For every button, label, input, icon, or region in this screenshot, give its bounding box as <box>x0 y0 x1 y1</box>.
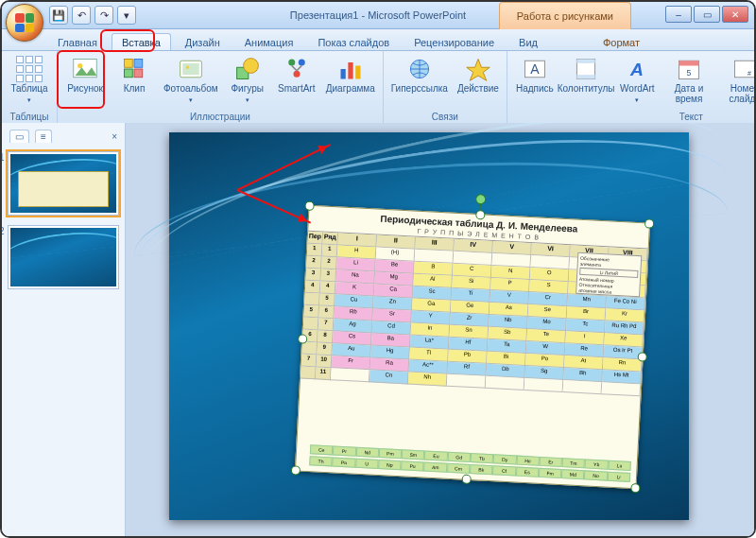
window-controls: – ▭ ✕ <box>665 6 748 23</box>
context-tab-header: Работа с рисунками <box>499 2 631 29</box>
smartart-label: SmartArt <box>278 83 315 94</box>
save-icon: 💾 <box>52 9 65 22</box>
chart-label: Диаграмма <box>326 83 375 94</box>
group-links: Гиперссылка Действие Связи <box>384 51 507 123</box>
save-button[interactable]: 💾 <box>49 6 68 25</box>
photoalbum-button[interactable]: Фотоальбом▾ <box>160 53 222 108</box>
svg-text:#: # <box>747 70 751 77</box>
headerfooter-label: Колонтитулы <box>558 83 615 94</box>
smartart-icon <box>284 56 310 82</box>
group-tables-label: Таблицы <box>6 112 53 123</box>
slides-panel: ▭ ≡ × 1 2 <box>2 123 126 536</box>
close-button[interactable]: ✕ <box>722 6 748 23</box>
panel-tab-slides[interactable]: ▭ <box>9 130 29 143</box>
resize-handle[interactable] <box>461 475 472 485</box>
thumbnails-list[interactable]: 1 2 <box>2 146 125 536</box>
shapes-icon <box>234 56 261 82</box>
tab-slideshow[interactable]: Показ слайдов <box>307 33 400 50</box>
clip-icon <box>121 56 147 82</box>
textbox-label: Надпись <box>516 83 554 94</box>
slidenum-button[interactable]: # Номер слайда <box>717 53 756 107</box>
svg-point-8 <box>186 66 190 70</box>
picture-button[interactable]: Рисунок <box>61 53 109 96</box>
svg-rect-14 <box>340 69 345 79</box>
tab-format[interactable]: Формат <box>593 33 650 50</box>
textbox-icon: A <box>522 56 548 82</box>
headerfooter-button[interactable]: Колонтитулы <box>560 53 611 96</box>
svg-rect-16 <box>355 66 360 79</box>
clip-label: Клип <box>124 83 146 94</box>
ribbon-tabs: Главная Вставка Дизайн Анимация Показ сл… <box>2 29 754 51</box>
panel-tab-outline[interactable]: ≡ <box>35 130 52 143</box>
panel-tabs: ▭ ≡ × <box>2 123 125 146</box>
svg-rect-2 <box>125 60 133 68</box>
slide-thumb-2[interactable]: 2 <box>8 225 119 289</box>
workspace: ▭ ≡ × 1 2 <box>2 123 754 536</box>
action-button[interactable]: Действие <box>454 53 503 96</box>
resize-handle[interactable] <box>291 465 301 476</box>
undo-icon: ↶ <box>77 9 86 22</box>
textbox-button[interactable]: A Надпись <box>511 53 558 96</box>
svg-rect-22 <box>576 75 594 78</box>
smartart-button[interactable]: SmartArt <box>273 53 320 96</box>
slide-editor[interactable]: Периодическая таблица Д. И. Менделеева Г… <box>126 123 754 536</box>
hyperlink-button[interactable]: Гиперссылка <box>387 53 452 96</box>
resize-handle[interactable] <box>637 352 647 362</box>
redo-button[interactable]: ↷ <box>94 6 113 25</box>
chart-button[interactable]: Диаграмма <box>322 53 379 96</box>
svg-point-12 <box>299 60 305 66</box>
picture-label: Рисунок <box>67 83 103 94</box>
svg-text:A: A <box>530 61 540 77</box>
svg-rect-25 <box>679 61 698 65</box>
headerfooter-icon <box>573 56 599 82</box>
undo-button[interactable]: ↶ <box>72 6 91 25</box>
maximize-button[interactable]: ▭ <box>694 6 720 23</box>
action-icon <box>465 56 491 82</box>
datetime-button[interactable]: 5 Дата и время <box>662 53 714 107</box>
minimize-button[interactable]: – <box>665 6 692 23</box>
group-text-label: Текст <box>511 112 756 123</box>
group-illustrations: Рисунок Клип Фотоальбом▾ Фигуры▾ SmartAr… <box>58 51 384 123</box>
tab-animations[interactable]: Анимация <box>234 33 304 50</box>
svg-point-1 <box>77 63 82 68</box>
wordart-label: WordArt <box>620 83 655 94</box>
group-links-label: Связи <box>387 112 503 123</box>
slidenum-label: Номер слайда <box>721 83 756 104</box>
picture-icon <box>72 56 98 82</box>
photoalbum-label: Фотоальбом <box>163 83 218 94</box>
tab-review[interactable]: Рецензирование <box>404 33 505 50</box>
svg-rect-7 <box>182 63 199 75</box>
thumb-number: 1 <box>2 152 5 163</box>
office-button[interactable] <box>6 4 43 42</box>
inserted-picture[interactable]: Периодическая таблица Д. И. Менделеева Г… <box>295 205 650 490</box>
shapes-button[interactable]: Фигуры▾ <box>224 53 271 108</box>
hyperlink-label: Гиперссылка <box>391 83 448 94</box>
action-label: Действие <box>457 83 499 94</box>
group-tables: Таблица▾ Таблицы <box>2 51 58 123</box>
wordart-button[interactable]: A WordArt▾ <box>613 53 661 108</box>
app-window: 💾 ↶ ↷ ▾ Презентация1 - Microsoft PowerPo… <box>0 0 756 538</box>
svg-rect-3 <box>134 60 143 68</box>
slide-canvas[interactable]: Периодическая таблица Д. И. Менделеева Г… <box>169 132 689 520</box>
chart-icon <box>337 56 364 82</box>
table-label: Таблица <box>10 83 47 94</box>
group-illustrations-label: Иллюстрации <box>61 112 379 123</box>
photoalbum-icon <box>178 56 204 82</box>
svg-text:A: A <box>629 60 644 79</box>
slide-thumb-1[interactable]: 1 <box>8 151 119 216</box>
tab-view[interactable]: Вид <box>508 33 548 50</box>
table-button[interactable]: Таблица▾ <box>6 53 53 108</box>
shapes-label: Фигуры <box>232 83 264 94</box>
tab-design[interactable]: Дизайн <box>175 33 231 50</box>
wordart-icon: A <box>624 56 650 82</box>
tab-insert[interactable]: Вставка <box>112 33 171 50</box>
qat-more-button[interactable]: ▾ <box>117 6 136 25</box>
tab-home[interactable]: Главная <box>47 33 108 50</box>
svg-rect-4 <box>125 69 133 78</box>
quick-access-toolbar: 💾 ↶ ↷ ▾ <box>49 6 136 25</box>
resize-handle[interactable] <box>630 483 641 494</box>
clip-button[interactable]: Клип <box>111 53 158 96</box>
table-icon <box>16 56 43 82</box>
resize-handle[interactable] <box>644 218 655 229</box>
panel-close-button[interactable]: × <box>112 131 117 142</box>
